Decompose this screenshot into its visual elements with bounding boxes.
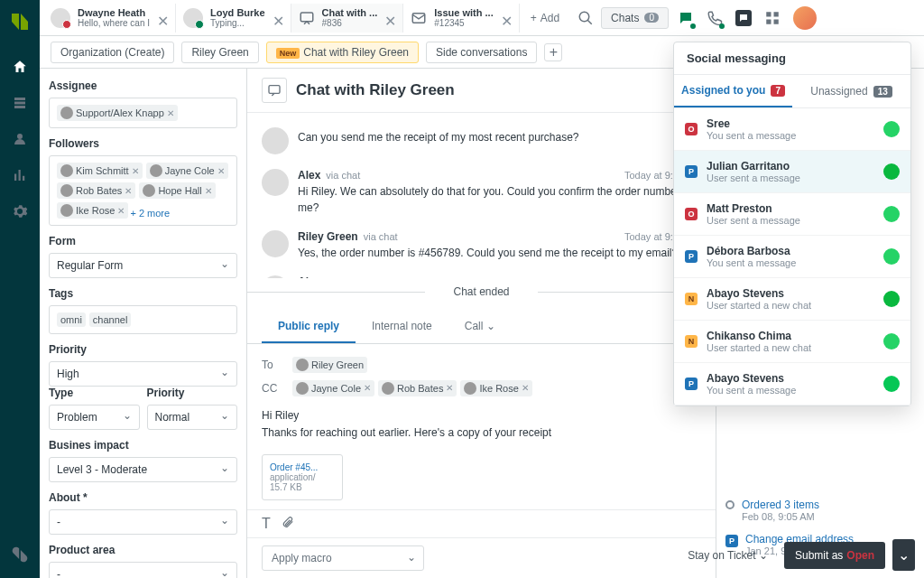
svg-rect-7 [269,86,280,94]
follower-chip[interactable]: Rob Bates✕ [57,182,135,199]
tab-issue-12345[interactable]: Issue with ...#12345 ✕ [403,4,519,33]
tab-public-reply[interactable]: Public reply [262,311,356,343]
timeline-time: Feb 08, 9:05 AM [742,511,819,522]
priority-select[interactable]: High [49,361,237,387]
close-icon[interactable]: ✕ [157,13,168,23]
popover-item[interactable]: OSreeYou sent a message [674,108,910,151]
type-label: Type [49,387,140,399]
chat-icon [262,78,287,103]
home-icon[interactable] [11,58,29,76]
remove-icon[interactable]: ✕ [364,383,371,393]
text-format-icon[interactable]: T [262,516,271,532]
social-icon[interactable] [735,10,752,26]
timeline-item[interactable]: Ordered 3 itemsFeb 08, 9:05 AM [725,493,915,527]
remove-icon[interactable]: ✕ [167,108,174,118]
tags-label: Tags [49,287,237,300]
remove-icon[interactable]: ✕ [125,186,132,196]
apps-icon[interactable] [764,10,781,26]
tab-call[interactable]: Call ⌄ [448,311,512,343]
add-conversation-button[interactable]: + [544,43,562,61]
product-logo[interactable] [9,11,31,33]
bimpact-select[interactable]: Level 3 - Moderate [49,457,237,482]
reply-textarea[interactable]: Hi RileyThanks for reaching out earlier.… [262,400,701,449]
tags-field[interactable]: omnichannel [49,305,237,334]
customers-icon[interactable] [11,130,29,148]
tab-subtitle: #836 [322,18,378,28]
avatar [183,8,203,28]
chat-pill[interactable]: NewChat with Riley Green [266,42,419,63]
to-chip[interactable]: Riley Green [292,357,367,373]
talk-icon[interactable] [707,10,723,26]
add-tab-button[interactable]: + Add [520,12,570,24]
channel-icon [883,121,900,137]
svg-rect-4 [774,12,779,16]
tag-chip[interactable]: omni [57,312,86,327]
cc-chip[interactable]: Rob Bates✕ [378,380,457,396]
submit-button[interactable]: Submit as Open [784,542,885,569]
messaging-icon[interactable] [678,10,694,26]
views-icon[interactable] [11,94,29,112]
status-badge: P [685,250,698,263]
cc-chip[interactable]: Jayne Cole✕ [292,380,374,396]
org-pill[interactable]: Organization (Create) [51,42,174,63]
avatar [262,169,289,196]
message-text: Yes, the order number is #456789. Could … [298,245,701,261]
type-select[interactable]: Problem [49,405,140,430]
remove-icon[interactable]: ✕ [522,383,529,393]
popover-item[interactable]: PDébora BarbosaYou sent a message [674,236,910,278]
attachment[interactable]: Order #45...application/15.7 KB [262,454,343,500]
remove-icon[interactable]: ✕ [217,166,225,176]
submit-chevron-button[interactable]: ⌄ [892,539,915,571]
close-icon[interactable]: ✕ [501,13,512,23]
tab-internal-note[interactable]: Internal note [356,311,448,343]
search-icon[interactable] [578,10,594,26]
remove-icon[interactable]: ✕ [132,166,139,176]
more-followers-link[interactable]: + 2 more [130,208,170,219]
follower-chip[interactable]: Hope Hall✕ [139,182,215,199]
reports-icon[interactable] [11,166,29,184]
tab-chat-836[interactable]: Chat with ...#836 ✕ [291,4,404,33]
close-icon[interactable]: ✕ [273,13,283,23]
tab-loyd[interactable]: Loyd BurkeTyping... ✕ [176,4,291,33]
cc-chip[interactable]: Ike Rose✕ [460,380,531,396]
remove-icon[interactable]: ✕ [117,206,125,216]
attach-icon[interactable] [282,516,294,532]
user-avatar[interactable] [793,6,817,30]
remove-icon[interactable]: ✕ [205,186,212,196]
assignee-field[interactable]: Support/Alex Knapp✕ [49,98,237,128]
message: Riley Greenvia chatToday at 9:07 AMYes, … [262,223,701,268]
follower-chip[interactable]: Kim Schmitt✕ [57,163,143,179]
popover-list: OSreeYou sent a messagePJulian Garritano… [674,108,910,406]
followers-field[interactable]: Kim Schmitt✕Jayne Cole✕Rob Bates✕Hope Ha… [49,155,237,226]
close-icon[interactable]: ✕ [384,13,395,23]
popover-item[interactable]: OMatt PrestonUser sent a message [674,193,910,236]
tab-assigned[interactable]: Assigned to you7 [674,75,792,107]
zendesk-icon[interactable] [11,545,29,564]
follower-chip[interactable]: Jayne Cole✕ [146,163,228,179]
attach-size: 15.7 KB [270,482,335,492]
item-name: Chikanso Chima [707,330,874,342]
remove-icon[interactable]: ✕ [446,383,453,393]
popover-item[interactable]: NAbayo StevensUser started a new chat [674,278,910,321]
tab-dwayne[interactable]: Dwayne HeathHello, where can I ✕ [43,4,176,33]
about-select[interactable]: - [49,509,237,535]
person-pill[interactable]: Riley Green [181,42,258,63]
tab-unassigned[interactable]: Unassigned13 [792,75,910,107]
form-select[interactable]: Regular Form [49,253,237,278]
stay-on-ticket-button[interactable]: Stay on Ticket ⌄ [679,544,777,567]
priority2-select[interactable]: Normal [147,405,238,430]
popover-item[interactable]: PAbayo StevensYou sent a message [674,363,910,406]
assigned-count: 7 [771,85,785,97]
admin-icon[interactable] [11,202,29,220]
side-conv-pill[interactable]: Side conversations [426,42,537,63]
avatar-icon [60,107,73,119]
chats-button[interactable]: Chats0 [601,7,669,29]
chat-icon [299,10,315,26]
popover-item[interactable]: PJulian GarritanoUser sent a message [674,151,910,193]
macro-select[interactable]: Apply macro [262,545,424,571]
tag-chip[interactable]: channel [89,312,132,327]
channel-icon [883,163,900,180]
follower-chip[interactable]: Ike Rose✕ [57,202,128,219]
parea-select[interactable]: - [49,562,237,578]
popover-item[interactable]: NChikanso ChimaUser started a new chat [674,321,910,363]
